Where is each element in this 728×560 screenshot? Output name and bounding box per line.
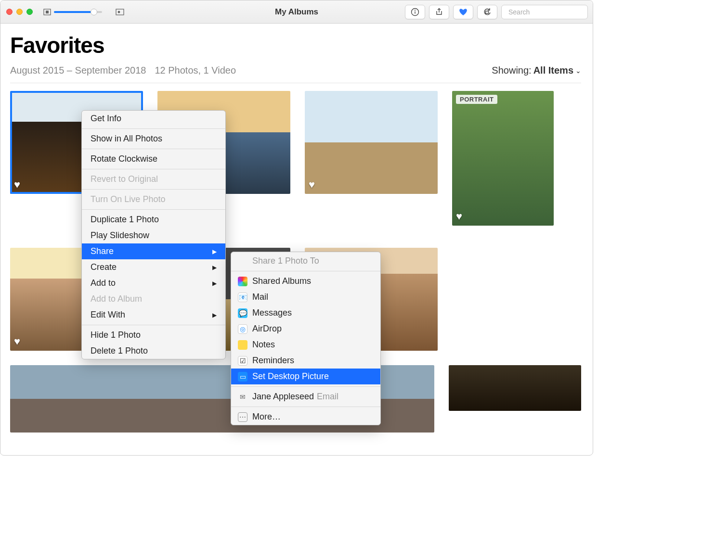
envelope-icon: ✉ xyxy=(238,392,247,402)
menu-show-in-all-photos[interactable]: Show in All Photos xyxy=(82,131,225,147)
menu-delete-photo[interactable]: Delete 1 Photo xyxy=(82,343,225,359)
submenu-more[interactable]: ⋯More… xyxy=(231,409,380,425)
submenu-arrow-icon: ▶ xyxy=(212,312,217,318)
menu-create[interactable]: Create▶ xyxy=(82,259,225,275)
photo-thumbnail[interactable]: ♥ xyxy=(305,91,438,194)
svg-rect-7 xyxy=(486,11,489,13)
favorite-icon: ♥ xyxy=(309,178,315,191)
menu-play-slideshow[interactable]: Play Slideshow xyxy=(82,228,225,243)
thumbnail-size-slider[interactable] xyxy=(54,11,102,13)
menu-duplicate[interactable]: Duplicate 1 Photo xyxy=(82,212,225,228)
content-header: Favorites August 2015 – September 2018 1… xyxy=(0,24,593,83)
page-title: Favorites xyxy=(10,32,581,58)
submenu-mail[interactable]: 📧Mail xyxy=(231,289,380,305)
window-controls xyxy=(6,9,33,15)
chevron-down-icon: ⌄ xyxy=(575,67,581,75)
favorite-icon: ♥ xyxy=(14,178,20,191)
share-button[interactable] xyxy=(429,5,449,19)
more-icon: ⋯ xyxy=(238,412,247,422)
submenu-notes[interactable]: Notes xyxy=(231,337,380,353)
thumbnail-size-small-icon xyxy=(43,9,51,15)
context-menu: Get Info Show in All Photos Rotate Clock… xyxy=(81,110,226,359)
submenu-arrow-icon: ▶ xyxy=(212,248,217,255)
notes-icon xyxy=(238,340,247,350)
desktop-icon: ▭ xyxy=(238,372,247,382)
search-input[interactable] xyxy=(508,8,593,16)
svg-point-5 xyxy=(415,10,416,11)
mail-icon: 📧 xyxy=(238,293,247,302)
submenu-messages[interactable]: 💬Messages xyxy=(231,305,380,321)
window-titlebar: My Albums xyxy=(0,0,593,24)
window-title: My Albums xyxy=(275,7,318,17)
info-button[interactable] xyxy=(405,5,425,19)
fullscreen-window-button[interactable] xyxy=(26,9,33,15)
share-submenu: Share 1 Photo To Shared Albums 📧Mail 💬Me… xyxy=(231,252,381,425)
svg-point-3 xyxy=(118,11,120,13)
date-range: August 2015 – September 2018 xyxy=(10,65,146,76)
favorite-button[interactable] xyxy=(453,5,473,19)
item-count: 12 Photos, 1 Video xyxy=(155,65,236,76)
menu-rotate-clockwise[interactable]: Rotate Clockwise xyxy=(82,151,225,167)
favorite-icon: ♥ xyxy=(14,335,20,348)
menu-share[interactable]: Share▶ xyxy=(82,243,225,259)
photo-thumbnail[interactable] xyxy=(449,365,581,411)
showing-value: All Items xyxy=(533,65,573,76)
menu-get-info[interactable]: Get Info xyxy=(82,111,225,127)
showing-label: Showing: xyxy=(492,65,531,76)
menu-add-to-album: Add to Album xyxy=(82,291,225,307)
menu-edit-with[interactable]: Edit With▶ xyxy=(82,307,225,323)
close-window-button[interactable] xyxy=(6,9,13,15)
menu-turn-on-live-photo: Turn On Live Photo xyxy=(82,191,225,207)
submenu-contact[interactable]: ✉Jane AppleseedEmail xyxy=(231,389,380,405)
showing-filter[interactable]: Showing: All Items ⌄ xyxy=(492,65,581,76)
submenu-arrow-icon: ▶ xyxy=(212,280,217,287)
submenu-arrow-icon: ▶ xyxy=(212,264,217,271)
submenu-airdrop[interactable]: ◎AirDrop xyxy=(231,321,380,337)
search-field[interactable] xyxy=(501,5,588,19)
photo-thumbnail[interactable]: PORTRAIT ♥ xyxy=(452,91,554,226)
messages-icon: 💬 xyxy=(238,308,247,318)
minimize-window-button[interactable] xyxy=(16,9,23,15)
airdrop-icon: ◎ xyxy=(238,324,247,334)
svg-rect-6 xyxy=(415,11,415,13)
portrait-badge: PORTRAIT xyxy=(456,95,497,104)
reminders-icon: ☑ xyxy=(238,356,247,366)
submenu-reminders[interactable]: ☑Reminders xyxy=(231,353,380,369)
menu-add-to[interactable]: Add to▶ xyxy=(82,275,225,291)
menu-revert-to-original: Revert to Original xyxy=(82,171,225,187)
menu-hide-photo[interactable]: Hide 1 Photo xyxy=(82,327,225,343)
shared-albums-icon xyxy=(238,277,247,286)
favorite-icon: ♥ xyxy=(456,210,462,223)
submenu-shared-albums[interactable]: Shared Albums xyxy=(231,273,380,289)
submenu-header: Share 1 Photo To xyxy=(231,252,380,269)
thumbnail-size-large-icon xyxy=(116,9,124,15)
svg-rect-1 xyxy=(46,11,49,13)
rotate-button[interactable] xyxy=(477,5,497,19)
submenu-set-desktop-picture[interactable]: ▭Set Desktop Picture xyxy=(231,369,380,384)
